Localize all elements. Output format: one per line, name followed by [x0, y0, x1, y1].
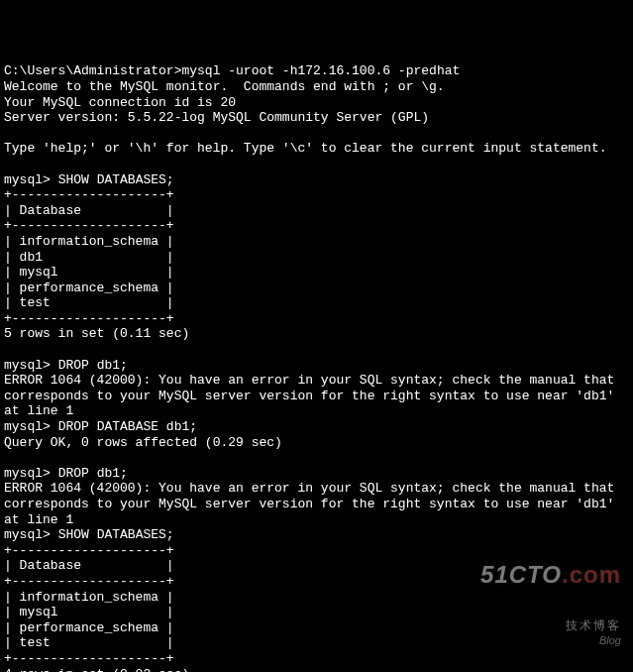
- table2-summary: 4 rows in set (0.03 sec): [4, 667, 189, 672]
- drop-db1-cmd-2: DROP db1;: [58, 466, 128, 481]
- table-row: | test |: [4, 635, 174, 650]
- table1-border-top: +--------------------+: [4, 187, 174, 202]
- table-row: | db1 |: [4, 250, 174, 265]
- mysql-prompt: mysql>: [4, 527, 51, 542]
- error-line: corresponds to your MySQL server version…: [4, 497, 614, 511]
- connect-command: mysql -uroot -h172.16.100.6 -predhat: [181, 63, 460, 78]
- table1-border-bot: +--------------------+: [4, 311, 174, 326]
- table-row: | mysql |: [4, 605, 174, 619]
- connection-id: Your MySQL connection id is 20: [4, 95, 236, 110]
- table-row: | performance_schema |: [4, 280, 174, 295]
- table1-border-mid: +--------------------+: [4, 218, 174, 233]
- show-databases-cmd-2: SHOW DATABASES;: [58, 527, 174, 542]
- drop-database-cmd: DROP DATABASE db1;: [58, 419, 197, 434]
- table-row: | information_schema |: [4, 590, 174, 605]
- table2-border-mid: +--------------------+: [4, 574, 174, 589]
- table-row: | information_schema |: [4, 234, 174, 249]
- table1-header: | Database |: [4, 203, 174, 218]
- table1-summary: 5 rows in set (0.11 sec): [4, 326, 189, 341]
- error-line: corresponds to your MySQL server version…: [4, 389, 614, 403]
- welcome-line: Welcome to the MySQL monitor. Commands e…: [4, 79, 445, 94]
- table2-border-top: +--------------------+: [4, 543, 174, 558]
- error-line: at line 1: [4, 512, 73, 527]
- table-row: | performance_schema |: [4, 620, 174, 635]
- table2-border-bot: +--------------------+: [4, 651, 174, 666]
- error-line: at line 1: [4, 403, 73, 418]
- error-line: ERROR 1064 (42000): You have an error in…: [4, 481, 614, 496]
- table2-header: | Database |: [4, 558, 174, 573]
- server-version: Server version: 5.5.22-log MySQL Communi…: [4, 110, 429, 125]
- table-row: | mysql |: [4, 265, 174, 280]
- mysql-prompt: mysql>: [4, 419, 51, 434]
- mysql-prompt: mysql>: [4, 466, 51, 481]
- error-line: ERROR 1064 (42000): You have an error in…: [4, 373, 614, 388]
- drop-db1-cmd-1: DROP db1;: [58, 358, 128, 373]
- help-line: Type 'help;' or '\h' for help. Type '\c'…: [4, 141, 607, 156]
- mysql-prompt: mysql>: [4, 358, 51, 373]
- path-prompt: C:\Users\Administrator>: [4, 63, 181, 78]
- mysql-prompt: mysql>: [4, 172, 51, 187]
- table-row: | test |: [4, 295, 174, 310]
- query-ok-line: Query OK, 0 rows affected (0.29 sec): [4, 435, 282, 450]
- terminal-output[interactable]: C:\Users\Administrator>mysql -uroot -h17…: [4, 63, 629, 672]
- show-databases-cmd-1: SHOW DATABASES;: [58, 172, 174, 187]
